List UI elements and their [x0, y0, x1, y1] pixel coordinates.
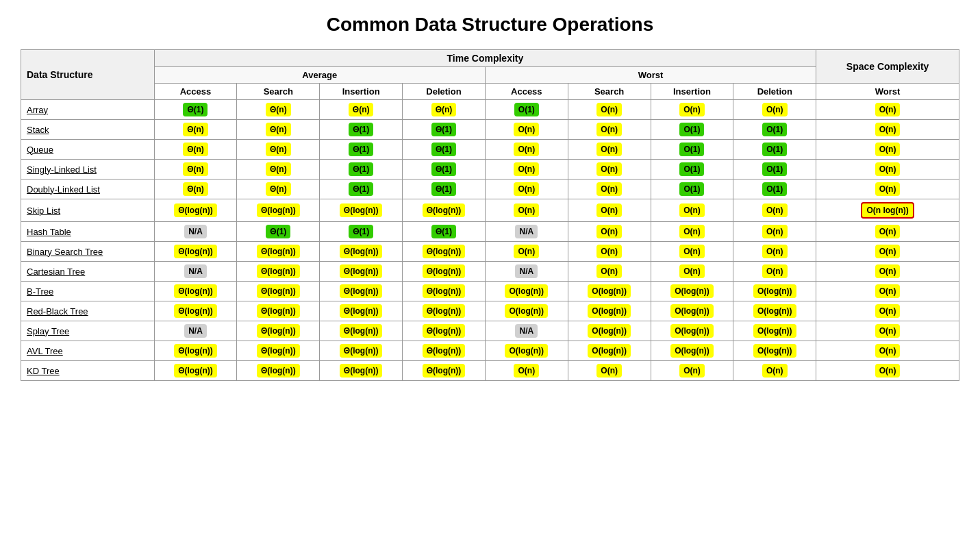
table-row: Singly-Linked ListΘ(n)Θ(n)Θ(1)Θ(1)O(n)O(…	[21, 160, 959, 180]
avg-cell: Θ(log(n))	[154, 242, 237, 262]
complexity-badge: O(n)	[762, 245, 788, 258]
complexity-badge: Θ(n)	[266, 123, 291, 136]
complexity-badge: Θ(log(n))	[423, 203, 466, 217]
complexity-badge: O(log(n))	[588, 324, 631, 338]
table-row: Skip ListΘ(log(n))Θ(log(n))Θ(log(n))Θ(lo…	[21, 199, 959, 222]
ds-name-cell[interactable]: Skip List	[21, 199, 155, 222]
space-badge: O(n)	[875, 324, 901, 338]
avg-cell: Θ(log(n))	[320, 282, 403, 301]
ds-name-cell[interactable]: Array	[21, 100, 155, 120]
avg-cell: Θ(log(n))	[237, 199, 320, 222]
avg-cell: Θ(n)	[237, 140, 320, 160]
worst-cell: O(n)	[651, 199, 733, 222]
complexity-badge: O(n)	[679, 364, 705, 378]
avg-cell: Θ(1)	[403, 222, 486, 242]
avg-cell: Θ(log(n))	[403, 321, 486, 341]
worst-cell: O(n)	[733, 199, 816, 222]
avg-cell: Θ(n)	[237, 120, 320, 140]
complexity-badge: Θ(n)	[349, 103, 374, 116]
avg-cell: Θ(1)	[320, 160, 403, 180]
complexity-badge: O(n)	[596, 103, 622, 116]
ds-name-cell[interactable]: Hash Table	[21, 222, 155, 242]
sub-average: Average	[154, 67, 485, 84]
ds-link[interactable]: Queue	[27, 145, 53, 155]
space-badge: O(n log(n))	[861, 202, 914, 219]
complexity-badge: O(n)	[514, 245, 539, 258]
ds-link[interactable]: Splay Tree	[27, 326, 69, 336]
complexity-badge: O(log(n))	[753, 304, 796, 318]
avg-cell: Θ(log(n))	[403, 361, 486, 381]
ds-link[interactable]: Cartesian Tree	[27, 267, 85, 277]
ds-name-cell[interactable]: AVL Tree	[21, 341, 155, 361]
space-cell: O(n)	[816, 222, 959, 242]
complexity-badge: Θ(log(n))	[340, 203, 383, 217]
worst-cell: O(n)	[568, 160, 651, 180]
complexity-badge: O(1)	[679, 162, 704, 176]
complexity-badge: O(log(n))	[753, 344, 796, 358]
worst-cell: O(1)	[651, 180, 733, 199]
space-badge: O(n)	[875, 143, 901, 156]
ds-name-cell[interactable]: Cartesian Tree	[21, 262, 155, 282]
worst-cell: O(log(n))	[485, 301, 568, 321]
space-badge: O(n)	[875, 364, 901, 378]
ds-link[interactable]: Skip List	[27, 206, 60, 216]
avg-cell: Θ(log(n))	[237, 282, 320, 301]
space-cell: O(n)	[816, 140, 959, 160]
avg-cell: Θ(log(n))	[154, 282, 237, 301]
worst-cell: O(n)	[568, 180, 651, 199]
complexity-badge: Θ(1)	[266, 225, 290, 238]
worst-cell: O(1)	[733, 140, 816, 160]
complexity-badge: O(n)	[514, 143, 539, 156]
ds-link[interactable]: Singly-Linked List	[27, 164, 97, 175]
worst-cell: O(log(n))	[651, 301, 733, 321]
avg-cell: Θ(1)	[403, 140, 486, 160]
ds-name-cell[interactable]: Doubly-Linked List	[21, 180, 155, 199]
complexity-badge: O(n)	[596, 364, 622, 378]
complexity-badge: O(n)	[514, 364, 539, 378]
worst-cell: O(1)	[733, 180, 816, 199]
ds-name-cell[interactable]: KD Tree	[21, 361, 155, 381]
ds-name-cell[interactable]: Stack	[21, 120, 155, 140]
ds-name-cell[interactable]: Red-Black Tree	[21, 301, 155, 321]
space-badge: O(n)	[875, 264, 901, 278]
ds-link[interactable]: Stack	[27, 125, 49, 135]
worst-cell: O(log(n))	[485, 341, 568, 361]
avg-cell: Θ(n)	[320, 100, 403, 120]
ds-link[interactable]: AVL Tree	[27, 346, 63, 356]
complexity-badge: O(1)	[679, 182, 704, 196]
avg-cell: Θ(1)	[403, 180, 486, 199]
space-cell: O(n)	[816, 301, 959, 321]
ds-name-cell[interactable]: Binary Search Tree	[21, 242, 155, 262]
ds-link[interactable]: B-Tree	[27, 286, 53, 297]
col-worst-search: Search	[568, 84, 651, 100]
ds-link[interactable]: Binary Search Tree	[27, 247, 103, 257]
complexity-badge: Θ(log(n))	[423, 284, 466, 298]
worst-cell: O(n)	[651, 242, 733, 262]
avg-cell: Θ(log(n))	[403, 242, 486, 262]
ds-name-cell[interactable]: B-Tree	[21, 282, 155, 301]
ds-name-cell[interactable]: Queue	[21, 140, 155, 160]
avg-cell: Θ(1)	[320, 180, 403, 199]
worst-cell: O(log(n))	[568, 301, 651, 321]
ds-link[interactable]: Hash Table	[27, 227, 71, 237]
complexity-badge: Θ(log(n))	[174, 245, 217, 258]
space-badge: O(n)	[875, 225, 901, 238]
avg-cell: Θ(n)	[154, 120, 237, 140]
complexity-badge: O(n)	[596, 123, 622, 136]
complexity-badge: Θ(log(n))	[340, 304, 383, 318]
space-cell: O(n log(n))	[816, 199, 959, 222]
ds-name-cell[interactable]: Splay Tree	[21, 321, 155, 341]
worst-cell: O(1)	[485, 100, 568, 120]
avg-cell: Θ(1)	[320, 222, 403, 242]
ds-link[interactable]: Doubly-Linked List	[27, 184, 100, 195]
col-avg-deletion: Deletion	[403, 84, 486, 100]
ds-name-cell[interactable]: Singly-Linked List	[21, 160, 155, 180]
complexity-badge: Θ(log(n))	[257, 304, 300, 318]
complexity-badge: O(n)	[596, 182, 622, 196]
ds-link[interactable]: Array	[27, 105, 48, 115]
complexity-badge: Θ(log(n))	[423, 364, 466, 378]
complexity-badge: O(1)	[514, 103, 539, 116]
complexity-badge: O(log(n))	[588, 344, 631, 358]
ds-link[interactable]: Red-Black Tree	[27, 306, 88, 317]
ds-link[interactable]: KD Tree	[27, 366, 60, 376]
